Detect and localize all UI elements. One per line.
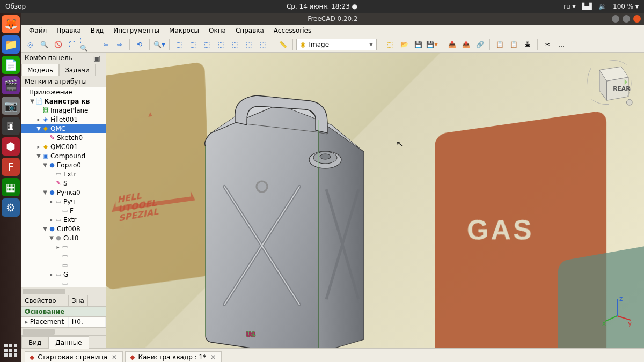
workbench-selector[interactable]: ◉ Image ▼ <box>296 39 377 50</box>
tree-item[interactable]: ▼▣Compound <box>21 151 106 160</box>
tool-saveas[interactable]: 💾▾ <box>426 38 438 51</box>
menu-view[interactable]: Вид <box>86 26 108 35</box>
dock-writer[interactable]: 📄 <box>2 56 20 74</box>
menu-windows[interactable]: Окна <box>204 26 230 35</box>
doc-tab-canister[interactable]: ◆ Канистра квадр : 1* ✕ <box>125 351 222 362</box>
tree-item[interactable]: ▼●Cut008 <box>21 224 106 233</box>
window-titlebar[interactable]: FreeCAD 0.20.2 <box>21 13 644 25</box>
panel-close-button[interactable]: ▣ <box>91 54 103 62</box>
tool-no[interactable]: 🚫 <box>52 38 64 51</box>
tool-view-left[interactable]: ⬚ <box>257 38 269 51</box>
tool-copy[interactable]: 📋 <box>493 38 506 51</box>
window-minimize-button[interactable] <box>612 15 619 23</box>
menu-tools[interactable]: Инструменты <box>109 26 164 35</box>
tree-hscrollbar[interactable] <box>21 287 106 295</box>
dock-firefox[interactable]: 🦊 <box>2 15 20 33</box>
menu-edit[interactable]: Правка <box>52 26 85 35</box>
tool-more[interactable]: … <box>555 38 568 51</box>
tree-item[interactable]: ▼●Cut0 <box>21 233 106 242</box>
menu-file[interactable]: Файл <box>25 26 51 35</box>
activities-button[interactable]: Обзор <box>5 3 26 10</box>
dock-settings[interactable]: ⚙ <box>2 198 20 217</box>
tool-paste[interactable]: 📋 <box>507 38 520 51</box>
os-clock[interactable]: Ср, 14 июня, 18:23 ● <box>287 3 357 10</box>
tool-view-iso[interactable]: ⬚ <box>173 38 186 51</box>
model-tree[interactable]: Приложение ▼📄Канистра кв🖼ImagePlane▸◈Fil… <box>21 87 106 287</box>
tool-box-zoom[interactable]: ⛶🔍 <box>79 38 92 51</box>
tool-refresh[interactable]: ⟲ <box>133 38 146 51</box>
svg-line-9 <box>605 316 617 321</box>
tool-cut[interactable]: ✂ <box>541 38 554 51</box>
tree-item[interactable]: ▸◈Fillet001 <box>21 115 106 124</box>
tree-item[interactable]: ▼📄Канистра кв <box>21 97 106 106</box>
tree-item[interactable]: 🖼ImagePlane <box>21 106 106 115</box>
tree-item[interactable]: ▼◆QMC <box>21 124 106 133</box>
volume-icon[interactable]: 🔉 <box>598 3 606 10</box>
tool-fit-selection[interactable]: ⛶ <box>65 38 78 51</box>
tree-item[interactable]: ✎S <box>21 179 106 188</box>
tree-item[interactable]: ▸▭Руч <box>21 197 106 206</box>
tool-nav-fwd[interactable]: ⇨ <box>113 38 126 51</box>
dock-calc[interactable]: ▦ <box>2 178 20 196</box>
tool-save[interactable]: 💾 <box>412 38 425 51</box>
tool-view-right[interactable]: ⬚ <box>215 38 228 51</box>
tree-item[interactable]: ▸▭ <box>21 242 106 252</box>
dock-screenshot[interactable]: 📷 <box>2 97 20 115</box>
tree-item[interactable]: ▸◆QMC001 <box>21 142 106 151</box>
tool-new[interactable]: ⬚ <box>384 38 397 51</box>
menu-accessories[interactable]: Accessories <box>269 26 316 35</box>
dock-files[interactable]: 📁 <box>2 35 20 54</box>
tool-link[interactable]: 🔗 <box>473 38 486 51</box>
close-tab-icon[interactable]: ✕ <box>111 353 118 361</box>
tool-view-rear[interactable]: ⬚ <box>229 38 241 51</box>
network-icon[interactable]: ▙▟ <box>582 3 592 10</box>
tool-print[interactable]: 🖶 <box>521 38 534 51</box>
tree-item[interactable]: ✎Sketch0 <box>21 133 106 142</box>
tool-open[interactable]: 📂 <box>398 38 411 51</box>
prop-group-base[interactable]: Основание <box>21 307 106 317</box>
dock-freecad[interactable]: F <box>2 158 20 176</box>
tool-fit-all[interactable]: 🔍 <box>38 38 50 51</box>
menu-help[interactable]: Справка <box>231 26 268 35</box>
tool-import[interactable]: 📥 <box>445 38 458 51</box>
navigation-cube[interactable]: REAR <box>585 58 633 106</box>
tool-view-front[interactable]: ⬚ <box>187 38 200 51</box>
os-top-bar: Обзор Ср, 14 июня, 18:23 ● ru ▾ ▙▟ 🔉 100… <box>0 0 644 13</box>
tree-item[interactable]: ▭ <box>21 252 106 261</box>
show-applications-button[interactable] <box>3 343 18 358</box>
tree-item[interactable]: ▭F <box>21 206 106 215</box>
dock-calculator[interactable]: 🖩 <box>2 117 20 135</box>
battery-indicator[interactable]: 100 % ▾ <box>613 3 639 10</box>
tool-zoom[interactable]: 🔍▾ <box>153 38 166 51</box>
tab-data[interactable]: Данные <box>48 336 89 349</box>
jerrycan-model[interactable]: US US <box>187 69 423 348</box>
tab-tasks[interactable]: Задачи <box>59 64 96 76</box>
dock-app1[interactable]: ⬢ <box>2 137 20 156</box>
tool-measure[interactable]: 📏 <box>276 38 289 51</box>
tree-item[interactable]: ▼●Ручка0 <box>21 188 106 197</box>
menu-macros[interactable]: Макросы <box>165 26 203 35</box>
tree-app-root[interactable]: Приложение <box>21 87 106 97</box>
prop-row-placement[interactable]: ▸ Placement [(0. <box>21 317 106 327</box>
tab-model[interactable]: Модель <box>21 64 59 76</box>
tool-view-top[interactable]: ⬚ <box>201 38 214 51</box>
3d-viewport[interactable]: HELL UTOOEL SPEZIAL GAS <box>106 53 644 348</box>
keyboard-layout-indicator[interactable]: ru ▾ <box>564 3 575 10</box>
tool-nav-back[interactable]: ⇦ <box>99 38 112 51</box>
tree-item[interactable]: ▭Extr <box>21 169 106 179</box>
tree-item[interactable]: ▭ <box>21 279 106 287</box>
tree-item[interactable]: ▼●Горло0 <box>21 160 106 169</box>
tab-view[interactable]: Вид <box>21 336 48 349</box>
window-close-button[interactable] <box>633 15 641 23</box>
prop-hscrollbar[interactable] <box>21 327 106 335</box>
tree-item[interactable]: ▸▭Extr <box>21 215 106 224</box>
tool-view-bottom[interactable]: ⬚ <box>243 38 255 51</box>
doc-tab-start[interactable]: ◆ Стартовая страница ✕ <box>25 351 123 362</box>
tree-item[interactable]: ▸▭G <box>21 270 106 279</box>
tool-sync-view[interactable]: ◎ <box>24 38 36 51</box>
window-maximize-button[interactable] <box>623 15 630 23</box>
tree-item[interactable]: ▭ <box>21 261 106 270</box>
dock-video[interactable]: 🎬 <box>2 76 20 94</box>
close-tab-icon[interactable]: ✕ <box>209 353 217 361</box>
tool-export[interactable]: 📤 <box>459 38 472 51</box>
